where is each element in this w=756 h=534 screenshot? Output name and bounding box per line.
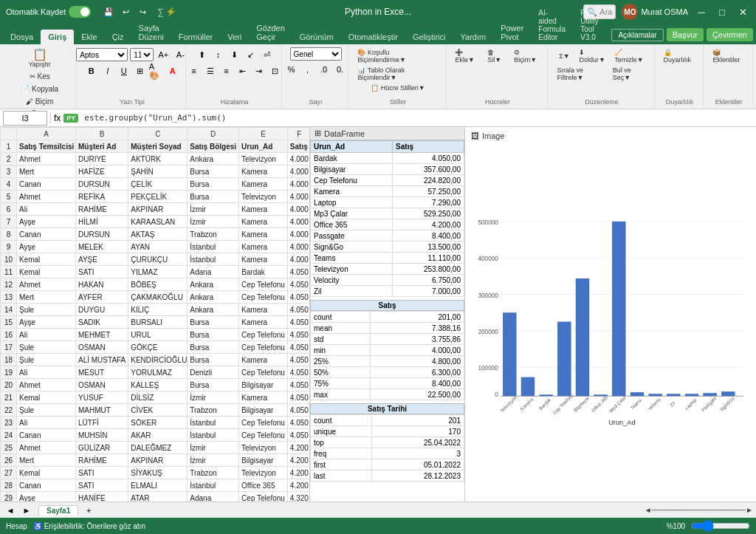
dataframe-scroll[interactable]: Urun_Ad Satış Bardak4.050,00Bilgisayar35…	[310, 140, 464, 502]
sheet-cell[interactable]: Televizyon	[239, 467, 288, 479]
spreadsheet-scroll[interactable]: A B C D E F G H 1Satış TemsilcisiMüşteri…	[0, 127, 309, 502]
sheet-cell[interactable]: Cep Telefonu	[239, 278, 288, 291]
font-increase-button[interactable]: A+	[156, 47, 171, 62]
sheet-cell[interactable]: YILMAZ	[128, 266, 188, 278]
sheet-cell[interactable]: 4.050	[287, 391, 309, 404]
sheet-cell[interactable]: 4.000	[287, 153, 309, 165]
sum-button[interactable]: Σ▼	[554, 47, 574, 65]
sheet-cell[interactable]: Kamera	[239, 178, 288, 191]
cut-button[interactable]: ✂ Kes	[18, 71, 61, 82]
sheet-cell[interactable]: Bursa	[188, 379, 239, 391]
sheet-cell[interactable]: MELEK	[76, 241, 128, 253]
redo-icon[interactable]: ↪	[135, 4, 150, 19]
sheet-cell[interactable]: 4.000	[287, 203, 309, 216]
sheet-cell[interactable]: AKPINAR	[128, 203, 188, 216]
sheet-cell[interactable]: URUL	[128, 329, 188, 341]
sheet-cell[interactable]: Ankara	[188, 304, 239, 316]
sheet-cell[interactable]: İzmir	[188, 203, 239, 216]
sheet-cell[interactable]: Office 365	[239, 479, 288, 492]
align-center-button[interactable]: ☰	[203, 64, 218, 78]
sheet-cell[interactable]: SÖKER	[128, 417, 188, 429]
sheet-cell[interactable]: 4.050	[287, 417, 309, 429]
cell-styles-button[interactable]: 📋 Hücre Stilleri▼	[368, 83, 427, 93]
profile-area[interactable]: MO Murat OSMA	[622, 4, 688, 20]
align-middle-button[interactable]: ↕	[211, 47, 226, 62]
col-e-header[interactable]: E	[239, 128, 288, 140]
sheet-cell[interactable]: 4.050	[287, 266, 309, 278]
col-d-header[interactable]: D	[188, 128, 239, 140]
sheet-cell[interactable]: DURIYE	[76, 153, 128, 165]
sheet-cell[interactable]: Mert	[17, 454, 76, 467]
sheet-cell[interactable]: Kemal	[17, 391, 76, 404]
sheet-cell[interactable]: Denizli	[188, 366, 239, 379]
sheet-cell[interactable]: SATI	[76, 479, 128, 492]
sheet-cell[interactable]: BÖBEŞ	[128, 278, 188, 291]
sheet-cell[interactable]: Cep Telefonu	[239, 417, 288, 429]
font-color-button[interactable]: A	[165, 64, 180, 78]
tab-pk-utility[interactable]: PK's Utility Tool V3.0	[573, 6, 611, 44]
sheet-cell[interactable]: Canan	[17, 479, 76, 492]
sheet-cell[interactable]: Şule	[17, 354, 76, 366]
tab-dosya[interactable]: Dosya	[3, 30, 41, 44]
paste-button[interactable]: 📋 Yapıştır	[26, 47, 54, 69]
sheet-cell[interactable]: Kamera	[239, 241, 288, 253]
sheet-cell[interactable]: Ahmet	[17, 278, 76, 291]
format-painter-button[interactable]: 🖌 Biçim	[18, 96, 61, 107]
sheet-cell[interactable]: 4.050	[287, 304, 309, 316]
sheet-cell[interactable]: MAHMUT	[76, 404, 128, 417]
sheet-cell[interactable]: Canan	[17, 429, 76, 442]
next-sheet-button[interactable]: ►	[19, 503, 34, 518]
sheet-cell[interactable]: 4.000	[287, 228, 309, 241]
sheet-cell[interactable]: GÖKÇE	[128, 341, 188, 354]
tab-ai-formula[interactable]: AI-aided Formula Editor	[531, 6, 573, 44]
sheet-cell[interactable]: Bilgisayar	[239, 379, 288, 391]
col-a-header[interactable]: A	[17, 128, 76, 140]
sheet-cell[interactable]: PEKÇELİK	[128, 191, 188, 203]
underline-button[interactable]: U	[117, 64, 131, 78]
sheet-cell[interactable]: Ali	[17, 366, 76, 379]
sheet-cell[interactable]: Televizyon	[239, 153, 288, 165]
sheet-cell[interactable]: Ayşe	[17, 492, 76, 502]
sheet-cell[interactable]: SATI	[76, 467, 128, 479]
sheet-cell[interactable]: AYŞE	[76, 253, 128, 266]
sheet-cell[interactable]: Trabzon	[188, 404, 239, 417]
sheet-cell[interactable]: 4.050	[287, 429, 309, 442]
sheet-cell[interactable]: 4.000	[287, 216, 309, 228]
sheet-cell[interactable]: 4.200	[287, 467, 309, 479]
addins-button[interactable]: 📦 Eklentiler	[709, 47, 748, 65]
sheet-cell[interactable]: İzmir	[188, 391, 239, 404]
cell-reference[interactable]	[3, 111, 47, 126]
sheet-cell[interactable]: RAHİME	[76, 454, 128, 467]
sheet-cell[interactable]: Cep Telefonu	[239, 492, 288, 502]
sheet-cell[interactable]: İstanbul	[188, 479, 239, 492]
sheet-cell[interactable]: ÇURUKÇU	[128, 253, 188, 266]
sheet-cell[interactable]: 4.050	[287, 404, 309, 417]
sort-filter-button[interactable]: Sırala ve Filtrele▼	[554, 65, 608, 83]
tab-giris[interactable]: Giriş	[41, 30, 74, 44]
sheet-cell[interactable]: MESUT	[76, 366, 128, 379]
sheet-cell[interactable]: Bursa	[188, 191, 239, 203]
sheet-cell[interactable]: Kamera	[239, 228, 288, 241]
align-left-button[interactable]: ≡	[187, 64, 202, 78]
tab-ciz[interactable]: Çiz	[105, 30, 131, 44]
sheet-cell[interactable]: 4.050	[287, 291, 309, 304]
sheet-cell[interactable]: Ali	[17, 203, 76, 216]
sheet-cell[interactable]: Cep Telefonu	[239, 429, 288, 442]
sheet-cell[interactable]: LÜTFİ	[76, 417, 128, 429]
sheet-cell[interactable]: 4.050	[287, 329, 309, 341]
sheet-cell[interactable]: Şule	[17, 304, 76, 316]
increase-indent-button[interactable]: ⇥	[252, 64, 267, 78]
sheet-cell[interactable]: HAFİZE	[76, 165, 128, 178]
sheet-cell[interactable]: Bursa	[188, 341, 239, 354]
tab-formuller[interactable]: Formüller	[171, 30, 220, 44]
sheet-cell[interactable]: MEHMET	[76, 329, 128, 341]
sheet-cell[interactable]: SATI	[76, 266, 128, 278]
sheet-cell[interactable]: Ayşe	[17, 216, 76, 228]
sheet-cell[interactable]: Kamera	[239, 316, 288, 329]
percent-button[interactable]: %	[284, 62, 299, 77]
sheet-cell[interactable]: İstanbul	[188, 253, 239, 266]
autosave-toggle[interactable]	[69, 6, 91, 18]
sheet-cell[interactable]: İstanbul	[188, 429, 239, 442]
save-icon[interactable]: 💾	[101, 4, 116, 19]
sheet-cell[interactable]: Televizyon	[239, 442, 288, 454]
